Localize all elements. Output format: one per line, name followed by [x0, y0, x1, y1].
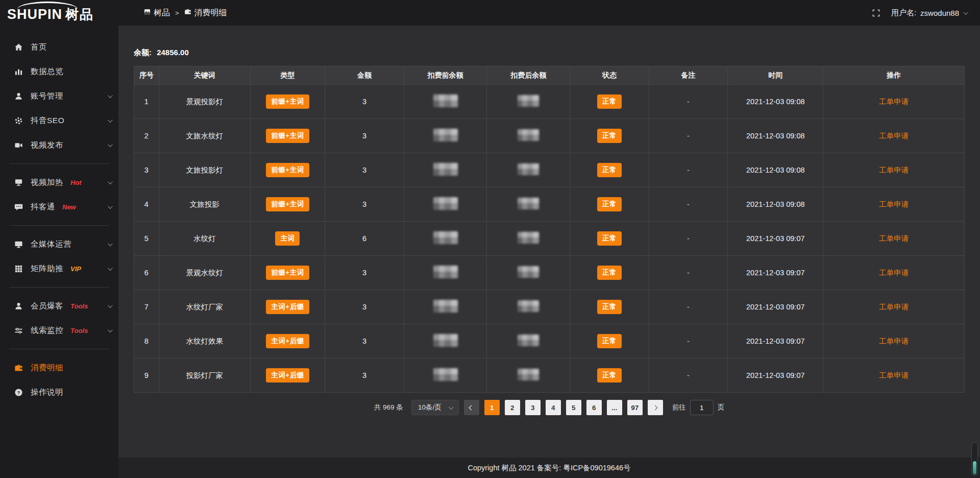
- cell-remark: -: [649, 324, 728, 358]
- ticket-apply-link[interactable]: 工单申请: [879, 98, 909, 106]
- ticket-apply-link[interactable]: 工单申请: [879, 303, 909, 311]
- scrollbar-indicator[interactable]: [971, 442, 978, 476]
- next-page-button[interactable]: [648, 400, 663, 415]
- status-badge: 正常: [597, 129, 622, 143]
- fullscreen-icon[interactable]: [872, 9, 880, 17]
- column-header: 扣费后余额: [487, 66, 570, 85]
- wallet-icon: [184, 8, 191, 17]
- breadcrumb: 树品 > 消费明细: [144, 8, 227, 18]
- page-size-select[interactable]: 10条/页: [411, 400, 459, 415]
- sidebar-item-home[interactable]: 首页: [0, 35, 118, 59]
- cell-amount: 3: [325, 358, 404, 393]
- cell-status: 正常: [570, 290, 649, 324]
- sidebar-item-douyin-seo[interactable]: 抖音SEO: [0, 108, 118, 133]
- sidebar-item-instructions[interactable]: ? 操作说明: [0, 380, 118, 404]
- main-content: 余额: 24856.00 序号关键词类型金额扣费前余额扣费后余额状态备注时间操作…: [118, 26, 980, 478]
- copyright-text: Copyright 树品 2021 备案号: 粤ICP备09019646号: [468, 463, 630, 473]
- page-button[interactable]: 6: [586, 400, 602, 415]
- cell-remark: -: [649, 187, 728, 222]
- breadcrumb-item-home[interactable]: 树品: [144, 8, 170, 18]
- chevron-right-icon: [653, 405, 658, 410]
- sidebar-item-matrix-boost[interactable]: 矩阵助推 VIP: [0, 256, 118, 281]
- menu-divider: [9, 287, 109, 288]
- redacted-value: [518, 334, 539, 346]
- sidebar-item-label: 操作说明: [31, 387, 63, 398]
- cell-action: 工单申请: [823, 187, 965, 222]
- cell-status: 正常: [570, 222, 649, 256]
- cell-balance-after: [487, 358, 570, 393]
- type-badge: 前缀+主词: [266, 94, 309, 109]
- cell-type: 前缀+主词: [250, 153, 325, 187]
- ticket-apply-link[interactable]: 工单申请: [879, 337, 909, 345]
- cell-index: 3: [134, 153, 159, 187]
- sidebar-item-video-heat[interactable]: 视频加热 Hot: [0, 170, 118, 195]
- page-button[interactable]: 4: [546, 400, 561, 415]
- top-bar: 树品 > 消费明细 用户名: zswodun88: [118, 0, 980, 26]
- sidebar-item-label: 首页: [31, 42, 47, 53]
- cell-remark: -: [649, 85, 728, 119]
- user-menu[interactable]: 用户名: zswodun88: [891, 8, 967, 18]
- help-icon: ?: [14, 388, 23, 397]
- chevron-down-icon: [108, 179, 113, 184]
- goto-suffix: 页: [718, 403, 725, 412]
- sidebar-item-data-overview[interactable]: 数据总览: [0, 59, 118, 84]
- more-pages-button[interactable]: ...: [607, 400, 622, 415]
- cell-remark: -: [649, 290, 728, 324]
- redacted-value: [518, 95, 539, 107]
- sidebar-item-member-burst[interactable]: 会员爆客 Tools: [0, 294, 118, 318]
- redacted-value: [518, 232, 539, 244]
- cell-type: 前缀+主词: [250, 85, 325, 119]
- cell-balance-after: [487, 85, 570, 119]
- chevron-down-icon: [108, 93, 113, 98]
- ticket-apply-link[interactable]: 工单申请: [879, 166, 909, 174]
- type-badge: 主词+后缀: [266, 334, 309, 348]
- table-row: 1 景观投影灯 前缀+主词 3 正常 - 2021-12-03 09:08 工单…: [134, 85, 965, 119]
- table-row: 4 文旅投影 前缀+主词 3 正常 - 2021-12-03 09:08 工单申…: [134, 187, 965, 222]
- cell-type: 主词+后缀: [250, 290, 325, 324]
- cell-remark: -: [649, 119, 728, 153]
- column-header: 备注: [649, 66, 728, 85]
- ticket-apply-link[interactable]: 工单申请: [879, 269, 909, 277]
- breadcrumb-item-current[interactable]: 消费明细: [184, 8, 227, 18]
- tools-badge: Tools: [70, 302, 88, 310]
- cell-keyword: 水纹灯厂家: [159, 290, 250, 324]
- redacted-value: [433, 197, 458, 210]
- cell-action: 工单申请: [823, 119, 965, 153]
- page-button[interactable]: 5: [566, 400, 581, 415]
- sidebar-item-consumption-detail[interactable]: 消费明细: [0, 355, 118, 380]
- sidebar-item-label: 全媒体运营: [31, 239, 71, 250]
- cell-time: 2021-12-03 09:07: [728, 358, 823, 393]
- page-button[interactable]: 2: [505, 400, 520, 415]
- cell-amount: 3: [325, 187, 404, 222]
- prev-page-button[interactable]: [464, 400, 479, 415]
- ticket-apply-link[interactable]: 工单申请: [879, 132, 909, 140]
- cell-index: 1: [134, 85, 159, 119]
- column-header: 扣费前余额: [404, 66, 487, 85]
- type-badge: 主词: [275, 231, 300, 246]
- cell-time: 2021-12-03 09:07: [728, 290, 823, 324]
- sidebar-item-clue-monitor[interactable]: 线索监控 Tools: [0, 318, 118, 343]
- cell-time: 2021-12-03 09:08: [728, 119, 823, 153]
- ticket-apply-link[interactable]: 工单申请: [879, 200, 909, 208]
- column-header: 关键词: [159, 66, 250, 85]
- sidebar-item-video-publish[interactable]: 视频发布: [0, 133, 118, 157]
- sidebar-item-douketong[interactable]: 抖客通 New: [0, 195, 118, 219]
- ticket-apply-link[interactable]: 工单申请: [879, 234, 909, 243]
- page-button[interactable]: 1: [484, 400, 500, 415]
- page-button[interactable]: 3: [525, 400, 541, 415]
- username: zswodun88: [920, 9, 959, 17]
- goto-page-input[interactable]: [690, 400, 714, 415]
- sidebar-item-all-media[interactable]: 全媒体运营: [0, 232, 118, 256]
- cell-type: 主词+后缀: [250, 324, 325, 358]
- page-button[interactable]: 97: [627, 400, 643, 415]
- cell-balance-before: [404, 290, 487, 324]
- ticket-apply-link[interactable]: 工单申请: [879, 371, 909, 379]
- type-badge: 主词+后缀: [266, 300, 309, 314]
- cell-balance-after: [487, 153, 570, 187]
- redacted-value: [518, 300, 539, 312]
- sidebar-item-account[interactable]: 账号管理: [0, 84, 118, 108]
- chevron-down-icon: [108, 266, 113, 271]
- cell-amount: 3: [325, 256, 404, 290]
- breadcrumb-label: 树品: [154, 8, 170, 18]
- chevron-down-icon: [108, 327, 113, 332]
